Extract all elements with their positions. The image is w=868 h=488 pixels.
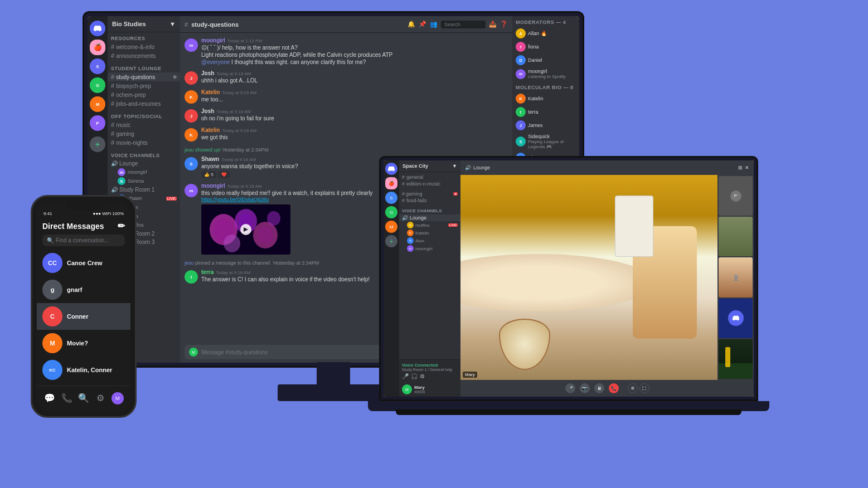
avatar: t bbox=[185, 270, 198, 284]
members-icon[interactable]: 👥 bbox=[430, 21, 438, 28]
nav-settings-icon[interactable]: ⚙ bbox=[92, 389, 109, 407]
mute-control-button[interactable]: 🎤 bbox=[565, 383, 575, 393]
close-icon[interactable]: ✕ bbox=[745, 165, 749, 170]
server-icon-2[interactable]: S bbox=[90, 58, 105, 74]
channel-settings-icon[interactable]: ⚙ bbox=[173, 75, 177, 80]
hash-icon: # bbox=[111, 121, 114, 128]
dm-info: Katelin, Conner bbox=[67, 367, 125, 373]
live-badge: LIVE bbox=[448, 223, 458, 227]
end-call-button[interactable]: 📞 bbox=[609, 383, 619, 393]
member-name: Alon bbox=[415, 238, 424, 243]
laptop-channel-edition[interactable]: #edition-n-music bbox=[399, 180, 460, 187]
dm-item-katelin-conner[interactable]: KC Katelin, Conner bbox=[37, 357, 130, 383]
bio-studies-server-icon[interactable]: 🍎 bbox=[90, 40, 105, 55]
laptop-server-4[interactable]: M bbox=[385, 221, 397, 233]
channel-ochem[interactable]: # ochem-prep bbox=[108, 90, 180, 99]
member-avatar: K bbox=[407, 230, 414, 236]
message-author: Josh bbox=[201, 108, 214, 114]
message-text: @everyone I thought this was right. can … bbox=[201, 58, 508, 66]
hash-icon: # bbox=[111, 130, 114, 137]
laptop-discord-icon[interactable] bbox=[385, 163, 397, 175]
video-control-button[interactable]: 📷 bbox=[580, 383, 590, 393]
laptop-bio-server-icon[interactable]: 🍎 bbox=[385, 177, 397, 189]
message-time: Today at 9:18 AM bbox=[216, 71, 251, 76]
hash-icon: # bbox=[111, 100, 114, 107]
message-group: J Josh Today at 9:18 AM uhhh i also got … bbox=[185, 70, 508, 85]
status-bar: 9:41 ●●● WiFi 100% bbox=[37, 210, 130, 217]
help-icon[interactable]: ❓ bbox=[500, 21, 508, 28]
laptop-server-2[interactable]: S bbox=[385, 192, 397, 204]
settings-button[interactable]: ⚙ bbox=[420, 373, 425, 379]
nav-messages-icon[interactable]: 💬 bbox=[41, 389, 58, 407]
voice-lounge[interactable]: 🔊 Lounge bbox=[108, 159, 180, 168]
video-embed[interactable] bbox=[201, 204, 290, 255]
server-icon-3[interactable]: G bbox=[90, 77, 105, 93]
add-server-button[interactable]: + bbox=[90, 136, 105, 152]
avatar: K bbox=[185, 90, 198, 104]
voice-study-room-1[interactable]: 🔊 Study Room 1 bbox=[108, 186, 180, 194]
screen-expand-icon[interactable]: ⊞ bbox=[738, 165, 743, 170]
fullscreen-button[interactable]: ⛶ bbox=[639, 383, 649, 393]
member-info: Katelin bbox=[528, 96, 544, 101]
dm-item-conner[interactable]: C Conner bbox=[37, 303, 130, 330]
search-bar[interactable]: Search bbox=[441, 21, 486, 28]
nav-calls-icon[interactable]: 📞 bbox=[58, 389, 75, 407]
server-header[interactable]: Bio Studies ▼ bbox=[108, 16, 180, 32]
laptop-voice-lounge[interactable]: 🔊Lounge bbox=[399, 214, 460, 221]
voice-call-area: 🔊 Lounge ⊞ ✕ bbox=[460, 160, 754, 397]
laptop-discord-app: 🍎 S G M + Space City ▼ #general bbox=[384, 160, 754, 397]
phone-frame: 9:41 ●●● WiFi 100% Direct Messages ✏ 🔍 F… bbox=[31, 195, 137, 418]
server-icon-5[interactable]: P bbox=[90, 115, 105, 131]
member-avatar: t bbox=[516, 107, 526, 117]
member-info: Daniel bbox=[528, 57, 542, 63]
nav-search-icon[interactable]: 🔍 bbox=[75, 389, 92, 407]
channel-announcements[interactable]: # announcements bbox=[108, 51, 180, 60]
nav-profile-icon[interactable]: M bbox=[109, 389, 126, 407]
channel-biopsych[interactable]: # biopsych-prep bbox=[108, 81, 180, 90]
dm-avatar: M bbox=[42, 333, 62, 353]
message-time: Today at 9:18 AM bbox=[222, 128, 256, 133]
dm-item-gnarf[interactable]: g gnarf bbox=[37, 276, 130, 303]
side-video-4 bbox=[719, 299, 753, 338]
channel-label: announcements bbox=[116, 53, 156, 59]
channel-music[interactable]: # music bbox=[108, 120, 180, 129]
ground bbox=[719, 363, 753, 379]
inbox-icon[interactable]: 📥 bbox=[489, 21, 497, 28]
input-placeholder[interactable]: Message #study-questions bbox=[201, 349, 268, 355]
screen-share-button[interactable]: 🖥 bbox=[594, 383, 604, 393]
member-avatar: K bbox=[516, 94, 526, 104]
laptop-gaming-section: #gaming ● #food-fails bbox=[399, 189, 460, 206]
laptop-add-server-button[interactable]: + bbox=[385, 235, 397, 247]
channel-movies[interactable]: # movie-nights bbox=[108, 138, 180, 147]
pin-icon[interactable]: 📌 bbox=[419, 21, 426, 28]
channel-gaming[interactable]: # gaming bbox=[108, 129, 180, 138]
channel-welcome[interactable]: # welcome-&-info bbox=[108, 42, 180, 51]
svg-point-7 bbox=[224, 235, 240, 252]
expand-button[interactable]: ⊞ bbox=[628, 383, 638, 393]
laptop-channel-food[interactable]: #food-fails bbox=[399, 197, 460, 204]
user-avatar: M bbox=[189, 348, 198, 357]
dms-title: Direct Messages bbox=[42, 222, 104, 231]
member-avatar: A bbox=[407, 237, 414, 244]
server-icon-4[interactable]: M bbox=[90, 96, 105, 112]
reaction-button[interactable]: 👍 5 bbox=[201, 171, 216, 178]
laptop-channel-gaming[interactable]: #gaming ● bbox=[399, 191, 460, 197]
laptop-channel-general[interactable]: #general bbox=[399, 174, 460, 180]
dm-item-movie[interactable]: M Movie? bbox=[37, 330, 130, 357]
reaction-button[interactable]: ❤️ bbox=[219, 171, 230, 178]
channel-name: Lounge bbox=[473, 165, 490, 170]
mobile-search[interactable]: 🔍 Find a conversation... bbox=[42, 235, 125, 246]
compose-icon[interactable]: ✏ bbox=[118, 221, 125, 231]
deafen-button[interactable]: 🎧 bbox=[411, 373, 418, 379]
server-dropdown-icon[interactable]: ▼ bbox=[169, 21, 176, 27]
notification-icon[interactable]: 🔔 bbox=[408, 21, 415, 28]
channel-study-questions[interactable]: # study-questions ⚙ bbox=[108, 72, 180, 81]
mute-button[interactable]: 🎤 bbox=[402, 373, 409, 379]
laptop-server-header[interactable]: Space City ▼ bbox=[399, 160, 460, 172]
message-author: Josh bbox=[201, 70, 214, 76]
laptop-server-3[interactable]: G bbox=[385, 206, 397, 218]
molecular-bio-title: MOLECULAR BIO — 8 bbox=[516, 85, 576, 90]
dm-item-canoe-crew[interactable]: CC Canoe Crew bbox=[37, 250, 130, 276]
discord-home-icon[interactable] bbox=[90, 21, 105, 36]
channel-jobs[interactable]: # jobs-and-resumes bbox=[108, 99, 180, 108]
